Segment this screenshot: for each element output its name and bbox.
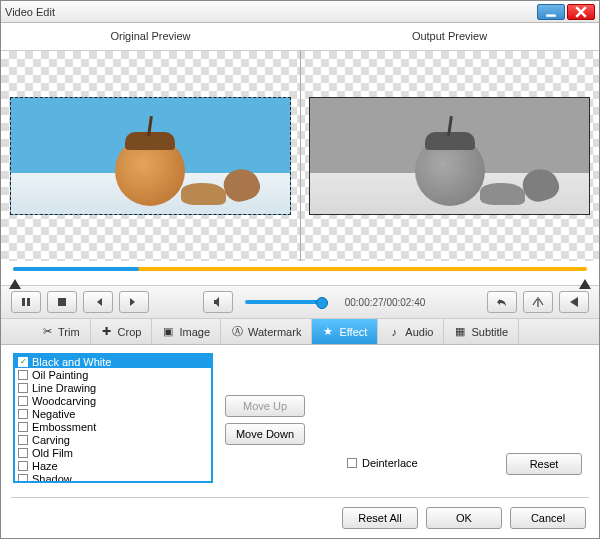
effect-item[interactable]: Line Drawing [15, 381, 211, 394]
deinterlace-checkbox[interactable]: Deinterlace [347, 457, 418, 469]
checkbox-icon[interactable]: ✓ [18, 357, 28, 367]
effect-item[interactable]: Old Film [15, 446, 211, 459]
volume-button[interactable] [203, 291, 233, 313]
effect-item[interactable]: ✓Black and White [15, 355, 211, 368]
effect-label: Oil Painting [32, 369, 88, 381]
checkbox-icon[interactable] [18, 422, 28, 432]
minimize-button[interactable] [537, 4, 565, 20]
cancel-button[interactable]: Cancel [510, 507, 586, 529]
checkbox-icon[interactable] [18, 370, 28, 380]
titlebar: Video Edit [1, 1, 599, 23]
original-preview-label: Original Preview [1, 23, 300, 50]
effect-item[interactable]: Carving [15, 433, 211, 446]
effect-list[interactable]: ✓Black and WhiteOil PaintingLine Drawing… [13, 353, 213, 483]
set-start-button[interactable] [83, 291, 113, 313]
undo-button[interactable] [487, 291, 517, 313]
close-button[interactable] [567, 4, 595, 20]
effect-label: Embossment [32, 421, 96, 433]
move-up-button[interactable]: Move Up [225, 395, 305, 417]
flip-horizontal-button[interactable] [523, 291, 553, 313]
effect-label: Shadow [32, 473, 72, 484]
checkbox-icon[interactable] [18, 461, 28, 471]
effect-label: Line Drawing [32, 382, 96, 394]
checkbox-icon [347, 458, 357, 468]
output-preview-label: Output Preview [300, 23, 599, 50]
tab-bar: ✂Trim ✚Crop ▣Image ⒶWatermark ★Effect ♪A… [1, 319, 599, 345]
checkbox-icon[interactable] [18, 435, 28, 445]
crop-icon: ✚ [101, 326, 113, 338]
effect-item[interactable]: Embossment [15, 420, 211, 433]
reset-all-button[interactable]: Reset All [342, 507, 418, 529]
svg-rect-2 [27, 298, 30, 306]
checkbox-icon[interactable] [18, 396, 28, 406]
tab-image[interactable]: ▣Image [152, 319, 221, 344]
move-down-button[interactable]: Move Down [225, 423, 305, 445]
watermark-icon: Ⓐ [231, 326, 243, 338]
tab-crop[interactable]: ✚Crop [91, 319, 153, 344]
effect-item[interactable]: Oil Painting [15, 368, 211, 381]
preview-area [1, 51, 599, 261]
output-frame [309, 97, 590, 215]
image-icon: ▣ [162, 326, 174, 338]
effect-label: Carving [32, 434, 70, 446]
tab-subtitle[interactable]: ▦Subtitle [444, 319, 519, 344]
effect-label: Old Film [32, 447, 73, 459]
reset-button[interactable]: Reset [506, 453, 582, 475]
effect-label: Black and White [32, 356, 111, 368]
svg-rect-1 [22, 298, 25, 306]
volume-slider[interactable] [245, 300, 325, 304]
tab-effect[interactable]: ★Effect [312, 319, 378, 344]
original-preview-pane[interactable] [1, 51, 300, 261]
tab-watermark[interactable]: ⒶWatermark [221, 319, 312, 344]
pause-button[interactable] [11, 291, 41, 313]
effect-item[interactable]: Woodcarving [15, 394, 211, 407]
set-end-button[interactable] [119, 291, 149, 313]
effect-item[interactable]: Shadow [15, 472, 211, 483]
flip-vertical-button[interactable] [559, 291, 589, 313]
tab-audio[interactable]: ♪Audio [378, 319, 444, 344]
trim-start-marker[interactable] [9, 279, 21, 289]
effect-label: Woodcarving [32, 395, 96, 407]
effect-item[interactable]: Haze [15, 459, 211, 472]
checkbox-icon[interactable] [18, 474, 28, 484]
original-frame [10, 97, 291, 215]
stop-button[interactable] [47, 291, 77, 313]
tab-trim[interactable]: ✂Trim [31, 319, 91, 344]
checkbox-icon[interactable] [18, 448, 28, 458]
trim-end-marker[interactable] [579, 279, 591, 289]
output-preview-pane [301, 51, 600, 261]
effect-label: Negative [32, 408, 75, 420]
checkbox-icon[interactable] [18, 383, 28, 393]
checkbox-icon[interactable] [18, 409, 28, 419]
playback-controls: 00:00:27/00:02:40 [1, 285, 599, 319]
scissors-icon: ✂ [41, 326, 53, 338]
effect-item[interactable]: Negative [15, 407, 211, 420]
star-icon: ★ [322, 326, 334, 338]
dialog-footer: Reset All OK Cancel [342, 507, 586, 529]
svg-rect-3 [58, 298, 66, 306]
effect-label: Haze [32, 460, 58, 472]
music-icon: ♪ [388, 326, 400, 338]
window-title: Video Edit [5, 6, 535, 18]
svg-rect-0 [546, 14, 556, 16]
preview-headers: Original Preview Output Preview [1, 23, 599, 51]
timeline[interactable] [1, 261, 599, 285]
subtitle-icon: ▦ [454, 326, 466, 338]
ok-button[interactable]: OK [426, 507, 502, 529]
time-display: 00:00:27/00:02:40 [345, 297, 426, 308]
